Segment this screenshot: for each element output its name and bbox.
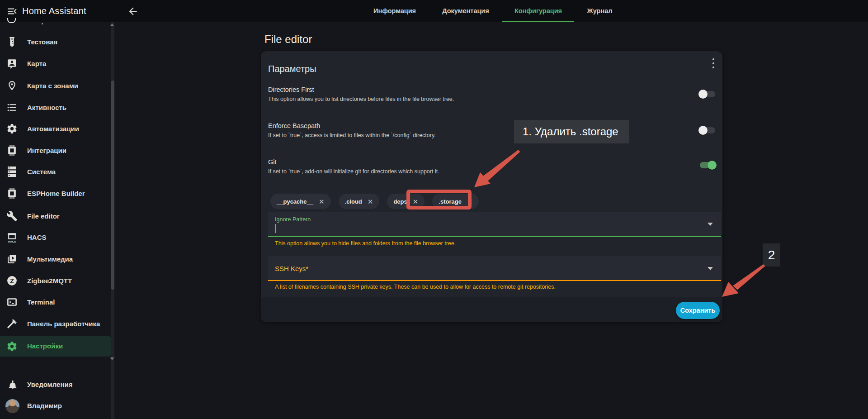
sidebar-item-label: HACS xyxy=(27,227,47,248)
sidebar-item-multimedia[interactable]: Мультимедиа xyxy=(0,248,111,270)
sidebar-item-aktivnost[interactable]: Активность xyxy=(0,97,111,119)
hammer-icon xyxy=(6,318,18,329)
ignore-pattern-input[interactable]: Ignore Pattern xyxy=(268,212,721,237)
sidebar-item-hacs[interactable]: HACS HACS xyxy=(0,227,111,248)
top-bar: Home Assistant Информация Документация К… xyxy=(0,0,868,22)
tab-information[interactable]: Информация xyxy=(368,0,421,22)
back-arrow-icon[interactable] xyxy=(127,5,139,17)
setting-label-git: Git xyxy=(268,158,277,166)
chip-icon xyxy=(6,145,18,156)
card-footer: Сохранить xyxy=(261,297,722,322)
chip-remove-icon[interactable]: ✕ xyxy=(319,198,325,205)
bell-icon xyxy=(8,380,18,390)
sidebar-item-dev-tools[interactable]: Панель разработчика xyxy=(0,313,111,335)
sidebar-item-integracii[interactable]: Интеграции xyxy=(0,140,111,162)
sidebar-item-notifications[interactable]: Уведомления xyxy=(0,374,111,395)
sidebar-item-partial-dot xyxy=(42,23,43,24)
chevron-down-icon[interactable] xyxy=(708,267,713,270)
setting-label-enforce-basepath: Enforce Basepath xyxy=(268,122,320,129)
svg-text:Z: Z xyxy=(10,277,14,285)
sidebar-item-label: Zigbee2MQTT xyxy=(27,270,72,292)
sidebar-item-settings[interactable]: Настройки xyxy=(0,336,111,357)
chip-cloud[interactable]: .cloud ✕ xyxy=(339,194,380,209)
sidebar-item-esphome-builder[interactable]: ESPHome Builder xyxy=(0,183,111,205)
wrench-icon xyxy=(6,210,18,222)
sidebar-item-label: Карта с зонами xyxy=(27,75,78,97)
sidebar-item-label: Тестовая xyxy=(27,31,57,53)
sidebar-item-label: Автоматизации xyxy=(27,118,79,140)
svg-text:HACS: HACS xyxy=(8,240,16,243)
sidebar-item-avtomatizacii[interactable]: Автоматизации xyxy=(0,118,111,140)
sidebar-item-label: Карта xyxy=(27,53,46,75)
play-box-multiple-icon xyxy=(6,253,18,265)
setting-desc-enforce-basepath: If set to `true`, access is limited to f… xyxy=(268,132,436,138)
ssh-keys-helper: A list of filenames containing SSH priva… xyxy=(275,284,556,290)
annotation-highlight-rect xyxy=(406,190,472,210)
sidebar-item-file-editor[interactable]: File editor xyxy=(0,205,111,227)
cog-icon xyxy=(6,123,18,134)
annotation-step2-box: 2 xyxy=(763,243,780,267)
toggle-git[interactable] xyxy=(699,161,716,170)
sidebar-item-label: ESPHome Builder xyxy=(27,183,85,205)
setting-desc-directories-first: This option allows you to list directori… xyxy=(268,96,454,102)
avatar[interactable] xyxy=(5,399,19,413)
sidebar-item-label: Terminal xyxy=(27,291,55,313)
toggle-enforce-basepath[interactable] xyxy=(699,126,716,135)
ignore-pattern-helper: This option allows you to hide files and… xyxy=(275,240,456,247)
sidebar-item-label: File editor xyxy=(27,205,60,227)
scroll-up-icon[interactable] xyxy=(110,24,114,26)
sidebar-item-label: Мультимедиа xyxy=(27,248,73,270)
cog-icon xyxy=(6,341,18,352)
chip-pycache[interactable]: __pycache__ ✕ xyxy=(270,194,331,209)
toggle-directories-first[interactable] xyxy=(699,90,716,99)
list-icon xyxy=(6,102,18,113)
zigbee-icon: Z xyxy=(6,275,18,286)
user-name: Владимир xyxy=(27,395,62,417)
scroll-down-icon[interactable] xyxy=(110,357,114,360)
menu-open-icon[interactable] xyxy=(6,5,18,17)
sidebar-item-label: Активность xyxy=(27,97,66,119)
sidebar-item-zigbee2mqtt[interactable]: Z Zigbee2MQTT xyxy=(0,270,111,292)
terminal-icon xyxy=(6,296,18,308)
chip-icon xyxy=(6,188,18,199)
server-icon xyxy=(6,166,18,177)
sidebar-item-sistema[interactable]: Система xyxy=(0,161,111,183)
setting-label-directories-first: Directories First xyxy=(268,86,314,93)
kebab-menu-icon[interactable] xyxy=(709,58,717,69)
chip-label: deps xyxy=(393,198,407,205)
account-card-icon xyxy=(6,58,18,69)
sidebar-item-label: Настройки xyxy=(27,336,63,357)
chip-remove-icon[interactable]: ✕ xyxy=(368,198,373,205)
setting-desc-git: If set to `true`, add-on will initialize… xyxy=(268,168,439,175)
config-card: Параметры Directories First This option … xyxy=(261,51,722,322)
text-cursor xyxy=(275,224,276,233)
app-title: Home Assistant xyxy=(22,0,86,22)
card-title: Параметры xyxy=(268,64,316,74)
tab-configuration[interactable]: Конфигурация xyxy=(502,0,574,22)
ssh-keys-label: SSH Keys* xyxy=(275,265,308,272)
test-tube-icon xyxy=(6,36,18,48)
sidebar-item-label: Интеграции xyxy=(27,140,66,162)
notifications-label: Уведомления xyxy=(27,374,72,395)
annotation-step1-box: 1. Удалить .storage xyxy=(514,120,629,143)
sidebar-item-label: Панель разработчика xyxy=(27,313,100,335)
chevron-down-icon[interactable] xyxy=(708,223,713,226)
page-title: File editor xyxy=(264,33,312,46)
ignore-pattern-label: Ignore Pattern xyxy=(275,216,311,223)
sidebar-item-karta-s-zonami[interactable]: Карта с зонами xyxy=(0,75,111,97)
sidebar-item-karta[interactable]: Карта xyxy=(0,53,111,75)
sidebar-item-terminal[interactable]: Terminal xyxy=(0,291,111,313)
tab-documentation[interactable]: Документация xyxy=(437,0,495,22)
sidebar-item-label: Система xyxy=(27,161,56,183)
hacs-store-icon: HACS xyxy=(6,232,18,243)
sidebar-item-testovaya[interactable]: Тестовая xyxy=(0,31,111,53)
chip-label: __pycache__ xyxy=(277,198,313,205)
tab-log[interactable]: Журнал xyxy=(583,0,616,22)
save-button[interactable]: Сохранить xyxy=(676,302,720,319)
sidebar-item-partial[interactable] xyxy=(7,18,16,23)
sidebar-scrollbar-thumb[interactable] xyxy=(111,81,114,290)
chip-label: .cloud xyxy=(345,198,362,205)
sidebar: Тестовая Карта Карта с зонами Активность… xyxy=(0,22,114,419)
map-marker-icon xyxy=(6,80,18,91)
ssh-keys-select[interactable]: SSH Keys* xyxy=(268,256,721,281)
